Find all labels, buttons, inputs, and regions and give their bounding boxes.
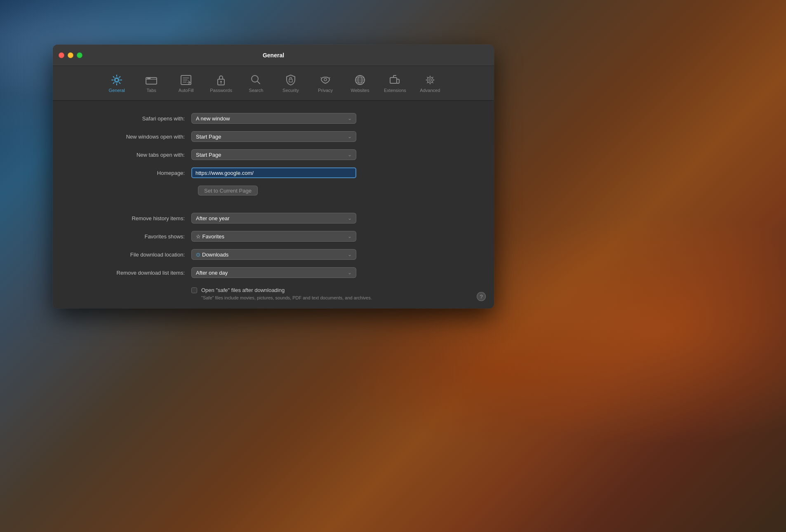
new-windows-row: New windows open with: Start Page ⌄ <box>86 131 461 142</box>
remove-download-row: Remove download list items: After one da… <box>86 267 461 278</box>
new-windows-value: Start Page <box>196 134 221 140</box>
open-safe-files-label: Open "safe" files after downloading <box>201 287 372 293</box>
tab-privacy[interactable]: Privacy <box>309 71 342 96</box>
remove-download-control: After one day ⌄ <box>191 267 356 278</box>
tabs-icon <box>146 74 157 86</box>
file-download-label: File download location: <box>86 252 185 258</box>
svg-point-0 <box>115 78 118 82</box>
tab-websites-label: Websites <box>351 88 369 93</box>
safari-opens-value: A new window <box>196 115 230 122</box>
tab-security-label: Security <box>282 88 299 93</box>
remove-history-control: After one year ⌄ <box>191 213 356 224</box>
svg-rect-11 <box>390 78 397 83</box>
favorites-shows-control: ☆ Favorites ⌄ <box>191 231 356 242</box>
tab-general-label: General <box>109 88 125 93</box>
svg-rect-8 <box>289 79 292 82</box>
tab-autofill-label: AutoFill <box>179 88 194 93</box>
favorites-shows-row: Favorites shows: ☆ Favorites ⌄ <box>86 231 461 242</box>
new-windows-control: Start Page ⌄ <box>191 131 356 142</box>
dropdown-chevron-2: ⌄ <box>348 134 352 139</box>
favorites-shows-value: ☆ Favorites <box>196 233 224 240</box>
tab-extensions[interactable]: Extensions <box>378 71 412 96</box>
favorites-shows-label: Favorites shows: <box>86 233 185 240</box>
settings-content: Safari opens with: A new window ⌄ New wi… <box>53 101 494 308</box>
tab-passwords-label: Passwords <box>210 88 232 93</box>
file-download-dropdown[interactable]: ⊙Downloads ⌄ <box>191 249 356 260</box>
tab-websites[interactable]: Websites <box>344 71 377 96</box>
titlebar: General <box>53 45 494 66</box>
remove-history-dropdown[interactable]: After one year ⌄ <box>191 213 356 224</box>
remove-history-row: Remove history items: After one year ⌄ <box>86 213 461 224</box>
dropdown-chevron-3: ⌄ <box>348 152 352 157</box>
tab-security[interactable]: Security <box>274 71 307 96</box>
tab-extensions-label: Extensions <box>384 88 406 93</box>
remove-history-label: Remove history items: <box>86 215 185 221</box>
remove-download-dropdown[interactable]: After one day ⌄ <box>191 267 356 278</box>
set-current-page-row: Set to Current Page <box>86 186 461 195</box>
set-current-page-button[interactable]: Set to Current Page <box>198 186 258 195</box>
safari-opens-control: A new window ⌄ <box>191 113 356 124</box>
safari-opens-with-row: Safari opens with: A new window ⌄ <box>86 113 461 124</box>
remove-download-value: After one day <box>196 270 228 276</box>
homepage-label: Homepage: <box>86 170 185 176</box>
dropdown-chevron-7: ⌄ <box>348 270 352 275</box>
autofill-icon <box>180 74 192 86</box>
new-windows-dropdown[interactable]: Start Page ⌄ <box>191 131 356 142</box>
svg-point-12 <box>429 79 431 81</box>
websites-icon <box>354 74 366 86</box>
help-button[interactable]: ? <box>477 292 486 301</box>
tab-advanced[interactable]: Advanced <box>414 71 447 96</box>
passwords-icon <box>215 74 227 86</box>
homepage-input[interactable] <box>191 167 356 178</box>
file-download-row: File download location: ⊙Downloads ⌄ <box>86 249 461 260</box>
tab-search[interactable]: Search <box>240 71 273 96</box>
open-safe-files-checkbox[interactable] <box>191 287 197 293</box>
dropdown-chevron: ⌄ <box>348 116 352 121</box>
toolbar: General Tabs AutoFill <box>53 66 494 101</box>
form-section: Safari opens with: A new window ⌄ New wi… <box>53 113 494 301</box>
downloads-folder-icon: ⊙ <box>196 252 200 258</box>
open-safe-files-row: Open "safe" files after downloading "Saf… <box>191 287 461 301</box>
traffic-lights <box>59 52 82 58</box>
new-windows-label: New windows open with: <box>86 134 185 140</box>
svg-rect-3 <box>147 78 151 79</box>
open-safe-files-content: Open "safe" files after downloading "Saf… <box>201 287 372 301</box>
new-tabs-value: Start Page <box>196 152 221 158</box>
close-button[interactable] <box>59 52 64 58</box>
remove-history-value: After one year <box>196 215 230 221</box>
new-tabs-row: New tabs open with: Start Page ⌄ <box>86 149 461 160</box>
safari-opens-label: Safari opens with: <box>86 115 185 122</box>
favorites-shows-dropdown[interactable]: ☆ Favorites ⌄ <box>191 231 356 242</box>
svg-point-13 <box>427 77 433 83</box>
general-icon <box>111 74 122 86</box>
new-tabs-control: Start Page ⌄ <box>191 149 356 160</box>
dropdown-chevron-5: ⌄ <box>348 234 352 239</box>
tab-passwords[interactable]: Passwords <box>204 71 238 96</box>
tab-tabs[interactable]: Tabs <box>135 71 168 96</box>
tab-privacy-label: Privacy <box>318 88 333 93</box>
preferences-window: General General Tabs <box>53 45 494 308</box>
new-tabs-label: New tabs open with: <box>86 152 185 158</box>
tab-autofill[interactable]: AutoFill <box>169 71 202 96</box>
set-current-page-label: Set to Current Page <box>204 188 252 194</box>
safari-opens-dropdown[interactable]: A new window ⌄ <box>191 113 356 124</box>
search-icon <box>250 74 262 86</box>
dropdown-chevron-4: ⌄ <box>348 216 352 221</box>
file-download-value: ⊙Downloads <box>196 252 228 258</box>
window-title: General <box>263 52 284 59</box>
minimize-button[interactable] <box>68 52 73 58</box>
svg-point-9 <box>324 78 327 81</box>
tab-advanced-label: Advanced <box>420 88 440 93</box>
homepage-row: Homepage: <box>86 167 461 178</box>
advanced-icon <box>424 74 436 86</box>
privacy-icon <box>320 74 331 86</box>
new-tabs-dropdown[interactable]: Start Page ⌄ <box>191 149 356 160</box>
maximize-button[interactable] <box>77 52 82 58</box>
tab-search-label: Search <box>249 88 264 93</box>
dropdown-chevron-6: ⌄ <box>348 252 352 257</box>
extensions-icon <box>389 74 401 86</box>
tab-general[interactable]: General <box>100 71 133 96</box>
help-label: ? <box>480 294 482 300</box>
file-download-control: ⊙Downloads ⌄ <box>191 249 356 260</box>
security-icon <box>285 74 297 86</box>
